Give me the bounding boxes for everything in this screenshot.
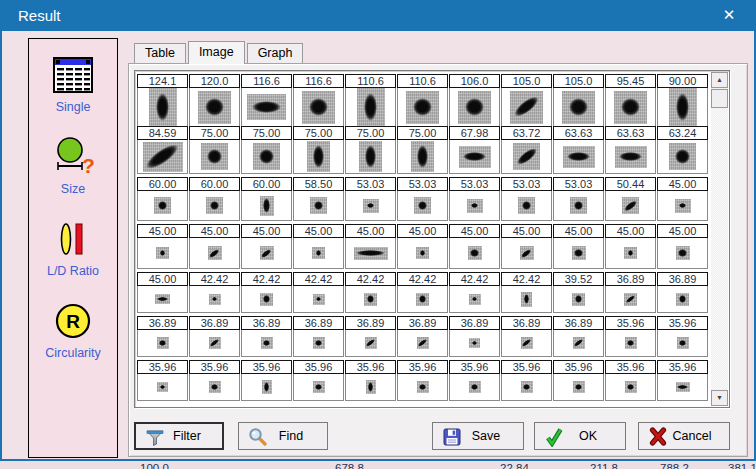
image-cell[interactable]: 105.0 [501,74,552,127]
image-cell[interactable]: 75.00 [189,126,240,174]
image-cell[interactable]: 63.24 [657,126,708,174]
image-cell[interactable]: 36.89 [605,272,656,313]
image-cell[interactable]: 42.42 [241,272,292,313]
image-cell[interactable]: 45.00 [241,224,292,269]
image-cell[interactable]: 58.50 [293,177,344,221]
image-cell[interactable]: 45.00 [657,177,708,221]
sidebar-item-size[interactable]: ? Size [51,135,95,196]
image-cell[interactable]: 35.96 [553,360,604,401]
filter-button[interactable]: Filter [134,422,224,450]
close-icon[interactable]: ✕ [712,0,746,31]
cell-image-area [190,374,239,400]
image-cell[interactable]: 36.89 [241,316,292,357]
image-cell[interactable]: 35.96 [345,360,396,401]
image-cell[interactable]: 105.0 [553,74,604,127]
image-cell[interactable]: 63.72 [501,126,552,174]
find-button[interactable]: Find [238,422,328,450]
image-cell[interactable]: 36.89 [657,272,708,313]
image-cell[interactable]: 45.00 [657,224,708,269]
image-cell[interactable]: 110.6 [397,74,448,127]
ok-button[interactable]: OK [534,422,626,450]
image-cell[interactable]: 45.00 [345,224,396,269]
image-cell[interactable]: 84.59 [137,126,188,174]
image-cell[interactable]: 35.96 [189,360,240,401]
image-cell[interactable]: 35.96 [605,360,656,401]
image-cell[interactable]: 45.00 [605,224,656,269]
image-cell[interactable]: 36.89 [137,316,188,357]
image-cell[interactable]: 42.42 [397,272,448,313]
sidebar-item-ld-ratio[interactable]: L/D Ratio [47,217,99,278]
image-cell[interactable]: 36.89 [189,316,240,357]
vertical-scrollbar[interactable]: ▲ ▼ [711,72,728,406]
image-cell[interactable]: 60.00 [241,177,292,221]
cell-value: 35.96 [137,360,188,374]
image-cell[interactable]: 35.96 [137,360,188,401]
image-cell[interactable]: 35.96 [293,360,344,401]
image-cell[interactable]: 36.89 [397,316,448,357]
image-cell[interactable]: 35.96 [657,360,708,401]
image-cell[interactable]: 45.00 [553,224,604,269]
image-cell[interactable]: 116.6 [293,74,344,127]
image-cell[interactable]: 110.6 [345,74,396,127]
image-cell[interactable]: 35.96 [657,316,708,357]
image-cell[interactable]: 63.63 [605,126,656,174]
image-cell[interactable]: 42.42 [345,272,396,313]
sidebar-item-single[interactable]: Single [51,53,95,114]
image-cell[interactable]: 45.00 [397,224,448,269]
image-cell[interactable]: 36.89 [345,316,396,357]
image-cell[interactable]: 124.1 [137,74,188,127]
tab-table[interactable]: Table [134,43,186,63]
image-cell[interactable]: 75.00 [397,126,448,174]
scroll-up-icon[interactable]: ▲ [711,72,728,88]
image-cell[interactable]: 53.03 [553,177,604,221]
image-cell[interactable]: 36.89 [501,316,552,357]
save-button[interactable]: Save [432,422,524,450]
image-cell[interactable]: 60.00 [189,177,240,221]
image-cell[interactable]: 42.42 [189,272,240,313]
image-cell[interactable]: 45.00 [137,272,188,313]
tab-graph[interactable]: Graph [247,43,304,63]
image-cell[interactable]: 42.42 [449,272,500,313]
image-cell[interactable]: 35.96 [241,360,292,401]
image-cell[interactable]: 75.00 [345,126,396,174]
cell-image-area [346,238,395,268]
image-cell[interactable]: 42.42 [501,272,552,313]
image-cell[interactable]: 53.03 [345,177,396,221]
particle-thumbnail [573,381,585,393]
image-cell[interactable]: 35.96 [501,360,552,401]
image-cell[interactable]: 75.00 [293,126,344,174]
image-cell[interactable]: 53.03 [397,177,448,221]
image-cell[interactable]: 45.00 [189,224,240,269]
scrollbar-thumb[interactable] [711,89,728,108]
cell-image-area [658,238,707,268]
image-cell[interactable]: 120.0 [189,74,240,127]
image-cell[interactable]: 36.89 [553,316,604,357]
image-cell[interactable]: 36.89 [449,316,500,357]
image-cell[interactable]: 95.45 [605,74,656,127]
image-cell[interactable]: 50.44 [605,177,656,221]
tab-image[interactable]: Image [188,41,245,64]
image-cell[interactable]: 45.00 [293,224,344,269]
image-cell[interactable]: 53.03 [449,177,500,221]
sidebar-item-circularity[interactable]: R Circularity [45,299,101,360]
image-cell[interactable]: 35.96 [397,360,448,401]
image-cell[interactable]: 35.96 [605,316,656,357]
image-cell[interactable]: 53.03 [501,177,552,221]
image-cell[interactable]: 42.42 [293,272,344,313]
image-cell[interactable]: 106.0 [449,74,500,127]
image-cell[interactable]: 36.89 [293,316,344,357]
cell-image-area [346,88,395,126]
image-cell[interactable]: 35.96 [449,360,500,401]
image-cell[interactable]: 45.00 [449,224,500,269]
image-cell[interactable]: 63.63 [553,126,604,174]
image-cell[interactable]: 90.00 [657,74,708,127]
image-cell[interactable]: 67.98 [449,126,500,174]
image-cell[interactable]: 60.00 [137,177,188,221]
image-cell[interactable]: 45.00 [501,224,552,269]
cancel-button[interactable]: Cancel [638,422,730,450]
image-cell[interactable]: 39.52 [553,272,604,313]
image-cell[interactable]: 75.00 [241,126,292,174]
image-cell[interactable]: 45.00 [137,224,188,269]
image-cell[interactable]: 116.6 [241,74,292,127]
scroll-down-icon[interactable]: ▼ [711,390,728,406]
